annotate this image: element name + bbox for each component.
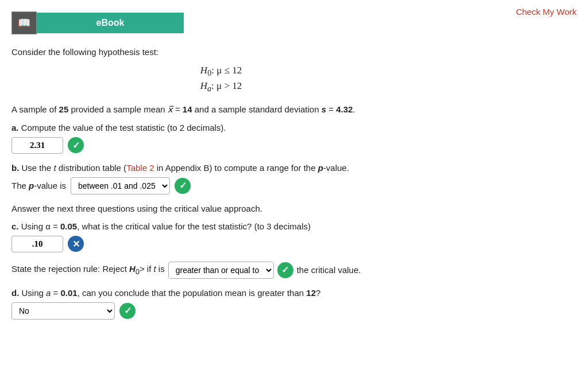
conclude-check-icon: ✓ — [119, 303, 136, 319]
pvalue-dropdown[interactable]: between .01 and .025 less than .01 betwe… — [71, 177, 170, 194]
check-my-work-link[interactable]: Check My Work — [516, 7, 577, 17]
next-three-label: Answer the next three questions using th… — [11, 204, 431, 213]
h0-equation: H0: μ ≤ 12 — [11, 65, 431, 78]
part-c-answer-row: ✕ — [11, 236, 431, 252]
part-c-x-icon: ✕ — [68, 236, 84, 252]
conclude-row: No Yes ✓ — [11, 302, 431, 320]
rejection-check-icon: ✓ — [277, 262, 293, 278]
part-a-input[interactable] — [11, 137, 63, 154]
hypothesis-block: H0: μ ≤ 12 Ha: μ > 12 — [11, 65, 431, 94]
sample-info: A sample of 25 provided a sample mean x̅… — [11, 104, 431, 115]
part-b-label: b. Use the t distribution table (Table 2… — [11, 163, 431, 173]
rejection-prefix: State the rejection rule: Reject H0> if … — [11, 264, 165, 276]
part-a-label: a. Compute the value of the test statist… — [11, 123, 431, 133]
part-a-answer-row: ✓ — [11, 137, 431, 154]
ha-equation: Ha: μ > 12 — [11, 80, 431, 94]
part-d-label: d. Using a = 0.01, can you conclude that… — [11, 288, 431, 298]
rejection-suffix: the critical value. — [297, 265, 361, 275]
ebook-label: eBook — [37, 13, 184, 33]
part-c-label: c. Using α = 0.05, what is the critical … — [11, 221, 431, 231]
ebook-bar: 📖 eBook — [11, 11, 184, 34]
pvalue-check-icon: ✓ — [175, 178, 191, 194]
part-c-input[interactable] — [11, 236, 63, 252]
rejection-row: State the rejection rule: Reject H0> if … — [11, 262, 431, 279]
pvalue-prefix: The p-value is — [11, 181, 66, 190]
ebook-icon: 📖 — [11, 11, 37, 34]
conclude-dropdown[interactable]: No Yes — [11, 302, 115, 320]
rejection-dropdown[interactable]: greater than or equal to greater than le… — [168, 262, 274, 279]
main-content: 📖 eBook Consider the following hypothesi… — [0, 0, 448, 346]
problem-intro: Consider the following hypothesis test: — [11, 47, 431, 57]
pvalue-row: The p-value is between .01 and .025 less… — [11, 177, 431, 194]
part-a-check-icon: ✓ — [68, 137, 84, 153]
